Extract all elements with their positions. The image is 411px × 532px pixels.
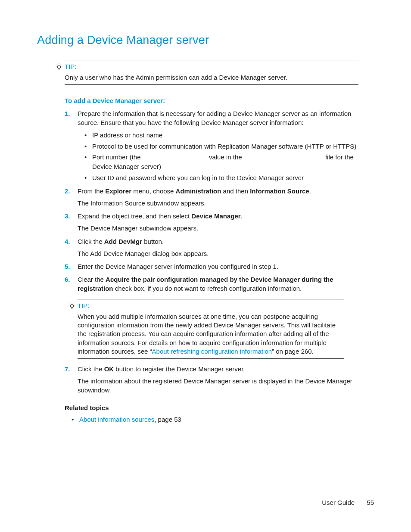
list-item: Protocol to be used for communication wi…	[84, 142, 358, 151]
page-title: Adding a Device Manager server	[37, 34, 374, 47]
text-fragment: button to register the Device Manager se…	[114, 365, 245, 373]
bold-text: Information Source	[250, 187, 309, 195]
step-result: The Device Manager subwindow appears.	[78, 224, 358, 233]
divider	[78, 358, 344, 359]
procedure-heading: To add a Device Manager server:	[65, 97, 374, 104]
list-item: About information sources, page 53	[72, 415, 374, 424]
divider	[78, 299, 344, 299]
bold-text: OK	[104, 365, 114, 373]
step-result: The Information Source subwindow appears…	[78, 199, 358, 208]
text-fragment: Click the	[78, 238, 104, 245]
step-6: Clear the Acquire the pair configuration…	[65, 275, 358, 293]
step-1-sublist: IP address or host name Protocol to be u…	[84, 131, 358, 183]
step-text: Enter the Device Manager server informat…	[78, 263, 278, 270]
text-fragment: and then	[221, 187, 250, 195]
tip-icon	[55, 63, 63, 71]
text-fragment: check box, if you do not want to refresh…	[113, 285, 302, 292]
text-fragment: value in the	[209, 153, 244, 161]
step-5: Enter the Device Manager server informat…	[65, 262, 358, 271]
step-3: Expand the object tree, and then select …	[65, 212, 358, 233]
bold-text: Add DevMgr	[104, 238, 142, 245]
divider	[65, 84, 358, 85]
page-footer: User Guide 55	[322, 499, 374, 506]
procedure-steps: Prepare the information that is necessar…	[65, 109, 358, 293]
cross-reference-link[interactable]: About information sources	[79, 416, 154, 423]
tip-block-1: TIP: Only a user who has the Admin permi…	[65, 60, 358, 85]
text-fragment: From the	[78, 187, 105, 195]
tip-body: Only a user who has the Admin permission…	[65, 73, 358, 82]
tip-icon	[68, 302, 76, 310]
bold-text: Administration	[176, 187, 221, 195]
list-item: IP address or host name	[84, 131, 358, 140]
svg-point-1	[70, 304, 74, 308]
tip-label: TIP:	[78, 302, 90, 309]
text-fragment: Port number (the	[92, 153, 143, 161]
text-fragment: .	[241, 212, 243, 220]
bold-text: Device Manager	[191, 212, 240, 220]
related-topics-list: About information sources, page 53	[72, 415, 374, 424]
text-fragment: ” on page 260.	[272, 348, 314, 355]
procedure-steps-cont: Click the OK button to register the Devi…	[65, 365, 358, 395]
related-topics-heading: Related topics	[65, 404, 374, 411]
step-2: From the Explorer menu, choose Administr…	[65, 187, 358, 208]
tip-header: TIP:	[68, 302, 344, 310]
tip-body: When you add multiple information source…	[78, 312, 344, 356]
step-7: Click the OK button to register the Devi…	[65, 365, 358, 395]
step-4: Click the Add DevMgr button. The Add Dev…	[65, 237, 358, 258]
tip-header: TIP:	[55, 63, 358, 71]
step-text: Prepare the information that is necessar…	[78, 110, 351, 126]
page-container: Adding a Device Manager server TIP: Only…	[0, 0, 411, 532]
text-fragment: button.	[142, 238, 164, 245]
divider	[65, 60, 358, 60]
list-item: Port number (the value in the file for t…	[84, 152, 358, 171]
tip-label: TIP:	[65, 63, 77, 70]
text-fragment: menu, choose	[131, 187, 176, 195]
bold-text: Explorer	[105, 187, 131, 195]
text-fragment: Clear the	[78, 276, 106, 283]
text-fragment: .	[309, 187, 311, 195]
page-number: 55	[367, 499, 374, 506]
cross-reference-link[interactable]: About refreshing configuration informati…	[152, 348, 272, 355]
list-item: User ID and password where you can log i…	[84, 173, 358, 183]
step-1: Prepare the information that is necessar…	[65, 109, 358, 182]
svg-point-0	[57, 65, 61, 68]
tip-block-2: TIP: When you add multiple information s…	[78, 299, 344, 359]
step-result: The Add Device Manager dialog box appear…	[78, 249, 358, 258]
footer-label: User Guide	[322, 499, 355, 506]
text-fragment: Expand the object tree, and then select	[78, 212, 191, 220]
step-result: The information about the registered Dev…	[78, 377, 358, 395]
text-fragment: , page 53	[154, 416, 181, 423]
text-fragment: Click the	[78, 365, 104, 373]
